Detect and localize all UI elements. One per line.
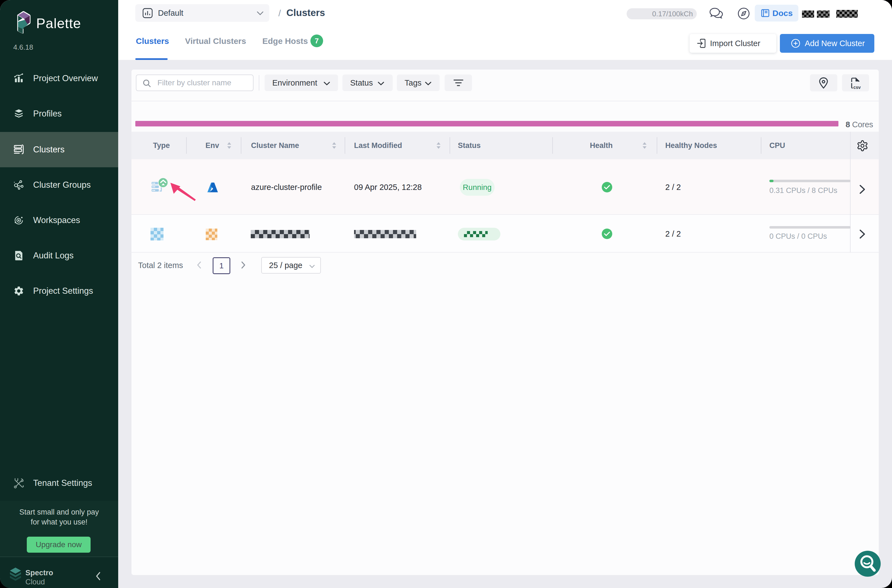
- svg-text:csv: csv: [853, 85, 861, 90]
